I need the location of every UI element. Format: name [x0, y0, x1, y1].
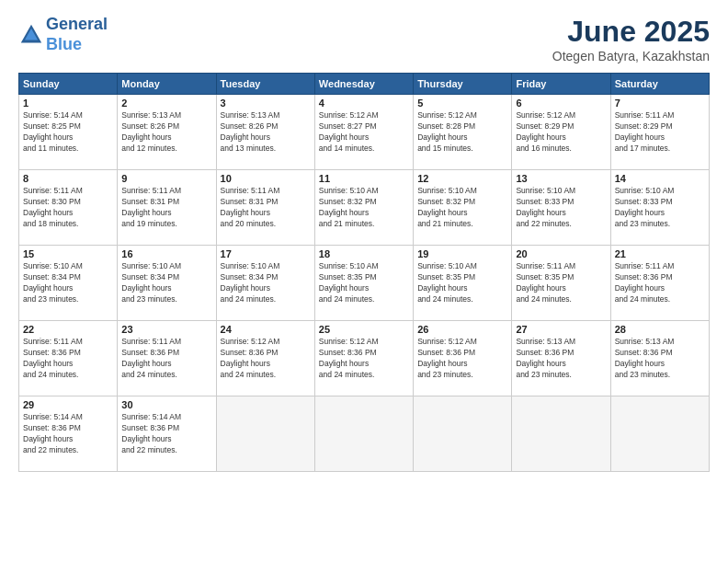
- day-number: 19: [417, 248, 507, 259]
- calendar-cell: [512, 396, 610, 472]
- title-block: June 2025 Otegen Batyra, Kazakhstan: [552, 15, 710, 63]
- day-info: Sunrise: 5:10 AM Sunset: 8:33 PM Dayligh…: [615, 186, 705, 230]
- page: General Blue June 2025 Otegen Batyra, Ka…: [0, 0, 728, 563]
- calendar-cell: [216, 396, 314, 472]
- calendar-cell: 29 Sunrise: 5:14 AM Sunset: 8:36 PM Dayl…: [19, 396, 118, 472]
- day-info: Sunrise: 5:10 AM Sunset: 8:34 PM Dayligh…: [23, 261, 113, 305]
- calendar-cell: 16 Sunrise: 5:10 AM Sunset: 8:34 PM Dayl…: [118, 246, 216, 321]
- calendar-cell: 3 Sunrise: 5:13 AM Sunset: 8:26 PM Dayli…: [216, 95, 314, 170]
- calendar-cell: 21 Sunrise: 5:11 AM Sunset: 8:36 PM Dayl…: [610, 246, 709, 321]
- calendar: Sunday Monday Tuesday Wednesday Thursday…: [18, 73, 710, 472]
- day-info: Sunrise: 5:10 AM Sunset: 8:32 PM Dayligh…: [417, 186, 507, 230]
- day-number: 10: [221, 173, 311, 184]
- day-number: 6: [516, 98, 606, 109]
- col-saturday: Saturday: [610, 74, 709, 95]
- calendar-cell: 18 Sunrise: 5:10 AM Sunset: 8:35 PM Dayl…: [314, 246, 413, 321]
- calendar-cell: 27 Sunrise: 5:13 AM Sunset: 8:36 PM Dayl…: [512, 321, 610, 396]
- calendar-cell: 5 Sunrise: 5:12 AM Sunset: 8:28 PM Dayli…: [414, 95, 512, 170]
- logo: General Blue: [18, 15, 108, 54]
- day-number: 30: [121, 399, 211, 410]
- col-sunday: Sunday: [19, 74, 118, 95]
- day-number: 11: [319, 173, 409, 184]
- day-number: 9: [121, 173, 211, 184]
- day-info: Sunrise: 5:14 AM Sunset: 8:36 PM Dayligh…: [121, 412, 211, 456]
- calendar-cell: 19 Sunrise: 5:10 AM Sunset: 8:35 PM Dayl…: [414, 246, 512, 321]
- day-number: 26: [417, 324, 507, 335]
- day-info: Sunrise: 5:14 AM Sunset: 8:36 PM Dayligh…: [23, 412, 113, 456]
- day-number: 28: [615, 324, 705, 335]
- day-number: 27: [516, 324, 606, 335]
- day-info: Sunrise: 5:11 AM Sunset: 8:29 PM Dayligh…: [615, 110, 705, 155]
- calendar-cell: 2 Sunrise: 5:13 AM Sunset: 8:26 PM Dayli…: [118, 95, 216, 170]
- calendar-cell: 8 Sunrise: 5:11 AM Sunset: 8:30 PM Dayli…: [19, 170, 118, 246]
- day-info: Sunrise: 5:13 AM Sunset: 8:36 PM Dayligh…: [516, 337, 606, 381]
- col-thursday: Thursday: [414, 74, 512, 95]
- calendar-cell: 17 Sunrise: 5:10 AM Sunset: 8:34 PM Dayl…: [216, 246, 314, 321]
- day-info: Sunrise: 5:11 AM Sunset: 8:31 PM Dayligh…: [121, 186, 211, 230]
- day-number: 3: [221, 98, 311, 109]
- day-number: 12: [417, 173, 507, 184]
- calendar-cell: 11 Sunrise: 5:10 AM Sunset: 8:32 PM Dayl…: [314, 170, 413, 246]
- day-info: Sunrise: 5:12 AM Sunset: 8:36 PM Dayligh…: [221, 337, 311, 381]
- subtitle: Otegen Batyra, Kazakhstan: [552, 49, 710, 63]
- day-number: 4: [319, 98, 409, 109]
- logo-icon: [18, 22, 44, 48]
- day-info: Sunrise: 5:10 AM Sunset: 8:35 PM Dayligh…: [319, 261, 409, 305]
- day-info: Sunrise: 5:10 AM Sunset: 8:33 PM Dayligh…: [516, 186, 606, 230]
- calendar-cell: [610, 396, 709, 472]
- day-info: Sunrise: 5:12 AM Sunset: 8:36 PM Dayligh…: [417, 337, 507, 381]
- day-info: Sunrise: 5:11 AM Sunset: 8:31 PM Dayligh…: [221, 186, 311, 230]
- day-info: Sunrise: 5:10 AM Sunset: 8:34 PM Dayligh…: [121, 261, 211, 305]
- day-info: Sunrise: 5:11 AM Sunset: 8:35 PM Dayligh…: [516, 261, 606, 305]
- calendar-cell: 26 Sunrise: 5:12 AM Sunset: 8:36 PM Dayl…: [414, 321, 512, 396]
- calendar-cell: 10 Sunrise: 5:11 AM Sunset: 8:31 PM Dayl…: [216, 170, 314, 246]
- calendar-cell: 14 Sunrise: 5:10 AM Sunset: 8:33 PM Dayl…: [610, 170, 709, 246]
- header: General Blue June 2025 Otegen Batyra, Ka…: [18, 15, 710, 63]
- day-info: Sunrise: 5:12 AM Sunset: 8:27 PM Dayligh…: [319, 110, 409, 155]
- day-info: Sunrise: 5:11 AM Sunset: 8:30 PM Dayligh…: [23, 186, 113, 230]
- calendar-cell: 25 Sunrise: 5:12 AM Sunset: 8:36 PM Dayl…: [314, 321, 413, 396]
- day-number: 23: [121, 324, 211, 335]
- day-info: Sunrise: 5:12 AM Sunset: 8:36 PM Dayligh…: [319, 337, 409, 381]
- calendar-cell: 23 Sunrise: 5:11 AM Sunset: 8:36 PM Dayl…: [118, 321, 216, 396]
- calendar-cell: 6 Sunrise: 5:12 AM Sunset: 8:29 PM Dayli…: [512, 95, 610, 170]
- calendar-row-4: 22 Sunrise: 5:11 AM Sunset: 8:36 PM Dayl…: [19, 321, 710, 396]
- day-info: Sunrise: 5:10 AM Sunset: 8:35 PM Dayligh…: [417, 261, 507, 305]
- col-tuesday: Tuesday: [216, 74, 314, 95]
- day-number: 8: [23, 173, 113, 184]
- day-number: 14: [615, 173, 705, 184]
- calendar-cell: 15 Sunrise: 5:10 AM Sunset: 8:34 PM Dayl…: [19, 246, 118, 321]
- calendar-row-1: 1 Sunrise: 5:14 AM Sunset: 8:25 PM Dayli…: [19, 95, 710, 170]
- day-info: Sunrise: 5:11 AM Sunset: 8:36 PM Dayligh…: [615, 261, 705, 305]
- col-wednesday: Wednesday: [314, 74, 413, 95]
- day-number: 1: [23, 98, 113, 109]
- calendar-cell: [314, 396, 413, 472]
- calendar-cell: 7 Sunrise: 5:11 AM Sunset: 8:29 PM Dayli…: [610, 95, 709, 170]
- day-info: Sunrise: 5:11 AM Sunset: 8:36 PM Dayligh…: [23, 337, 113, 381]
- col-friday: Friday: [512, 74, 610, 95]
- calendar-header-row: Sunday Monday Tuesday Wednesday Thursday…: [19, 74, 710, 95]
- day-number: 24: [221, 324, 311, 335]
- calendar-cell: 9 Sunrise: 5:11 AM Sunset: 8:31 PM Dayli…: [118, 170, 216, 246]
- day-number: 21: [615, 248, 705, 259]
- day-info: Sunrise: 5:12 AM Sunset: 8:29 PM Dayligh…: [516, 110, 606, 155]
- calendar-cell: 30 Sunrise: 5:14 AM Sunset: 8:36 PM Dayl…: [118, 396, 216, 472]
- day-info: Sunrise: 5:10 AM Sunset: 8:34 PM Dayligh…: [221, 261, 311, 305]
- day-number: 5: [417, 98, 507, 109]
- logo-text: General Blue: [46, 15, 108, 54]
- calendar-cell: 4 Sunrise: 5:12 AM Sunset: 8:27 PM Dayli…: [314, 95, 413, 170]
- calendar-row-5: 29 Sunrise: 5:14 AM Sunset: 8:36 PM Dayl…: [19, 396, 710, 472]
- day-number: 7: [615, 98, 705, 109]
- calendar-cell: 1 Sunrise: 5:14 AM Sunset: 8:25 PM Dayli…: [19, 95, 118, 170]
- month-title: June 2025: [552, 15, 710, 49]
- day-info: Sunrise: 5:12 AM Sunset: 8:28 PM Dayligh…: [417, 110, 507, 155]
- day-number: 15: [23, 248, 113, 259]
- day-number: 20: [516, 248, 606, 259]
- day-info: Sunrise: 5:10 AM Sunset: 8:32 PM Dayligh…: [319, 186, 409, 230]
- calendar-row-2: 8 Sunrise: 5:11 AM Sunset: 8:30 PM Dayli…: [19, 170, 710, 246]
- day-info: Sunrise: 5:11 AM Sunset: 8:36 PM Dayligh…: [121, 337, 211, 381]
- calendar-cell: 28 Sunrise: 5:13 AM Sunset: 8:36 PM Dayl…: [610, 321, 709, 396]
- day-number: 29: [23, 399, 113, 410]
- calendar-cell: 22 Sunrise: 5:11 AM Sunset: 8:36 PM Dayl…: [19, 321, 118, 396]
- day-number: 22: [23, 324, 113, 335]
